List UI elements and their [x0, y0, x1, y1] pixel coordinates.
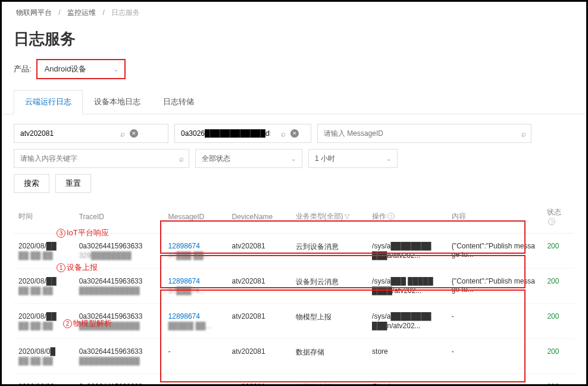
device-name-input-wrap: ⌕ ✕ — [14, 124, 168, 143]
crumb-root[interactable]: 物联网平台 — [16, 8, 52, 17]
breadcrumb: 物联网平台 / 监控运维 / 日志服务 — [2, 2, 586, 24]
keyword-input-wrap: ⌕ — [14, 149, 189, 168]
cell-content: {"Content":"Publish message to... — [447, 234, 543, 269]
cell-time: 2020/08/████:██:██ — [14, 269, 74, 304]
device-name-input[interactable] — [14, 124, 115, 142]
reset-button[interactable]: 重置 — [55, 174, 91, 193]
col-content: 内容 — [447, 200, 543, 234]
tabs: 云端运行日志 设备本地日志 日志转储 — [2, 90, 586, 114]
cell-status: 200 — [542, 269, 574, 304]
cell-op: Check — [367, 374, 447, 387]
keyword-input[interactable] — [14, 150, 174, 167]
cell-msgid[interactable]: 12898674█████ ██... — [164, 304, 227, 339]
cell-content: - — [447, 339, 543, 374]
col-biz[interactable]: 业务类型(全部)▽ — [291, 200, 367, 234]
cell-content: - — [447, 304, 543, 339]
traceid-input-wrap: ⌕ ✕ — [174, 124, 311, 143]
cell-time: 2020/08/0███:██:██ — [14, 339, 74, 374]
annotation-model-parse: 2物模型解析 — [63, 318, 112, 329]
cell-msgid[interactable]: 1289867437███ ██... — [164, 234, 227, 269]
status-value: 全部状态 — [202, 154, 230, 164]
product-selected: Android设备 — [45, 64, 87, 73]
cell-msgid: - — [164, 374, 227, 387]
cell-device: atv202081 — [227, 269, 291, 304]
table-row: 2020/08/████:██:██0a30264415963633329███… — [14, 234, 574, 269]
cell-trace: 0a30264415963633██ ████████ — [74, 374, 164, 387]
cell-device: atv202081 — [227, 234, 291, 269]
annotation-device-report: 1设备上报 — [57, 262, 98, 273]
cell-biz: 物模型上报 — [291, 374, 367, 387]
cell-op: /sys/a███ █████████/atv202... — [367, 269, 447, 304]
col-device: DeviceName — [227, 200, 291, 234]
cell-time: 2020/08/02██:██:██ — [14, 374, 74, 387]
cell-device: atv202081 — [227, 374, 291, 387]
cell-status: 200 — [542, 234, 574, 269]
messageid-input[interactable] — [318, 124, 517, 142]
crumb-sep: / — [102, 8, 104, 17]
cell-content: - — [447, 374, 543, 387]
cell-status: 200 — [542, 339, 574, 374]
search-icon[interactable]: ⌕ — [276, 129, 290, 138]
tab-log-dump[interactable]: 日志转储 — [152, 90, 205, 114]
chevron-down-icon: ⌄ — [386, 155, 391, 162]
search-button[interactable]: 搜索 — [14, 174, 49, 193]
search-icon[interactable]: ⌕ — [174, 154, 189, 163]
filter-icon[interactable]: ▽ — [345, 213, 349, 220]
cell-content: {"Content":"Publish message to... — [447, 269, 543, 304]
cell-biz: 数据存储 — [291, 339, 367, 374]
cell-op: /sys/a███████████n/atv202... — [367, 304, 447, 339]
cell-biz: 设备到云消息 — [291, 269, 367, 304]
search-icon[interactable]: ⌕ — [115, 129, 130, 138]
help-icon[interactable]: ? — [548, 218, 555, 225]
cell-op: store — [367, 339, 447, 374]
product-select[interactable]: Android设备 ⌄ — [36, 59, 126, 79]
annotation-iot-response: 3IoT平台响应 — [57, 228, 109, 238]
timerange-select[interactable]: 1 小时 ⌄ — [308, 149, 398, 168]
table-row: 2020/08/████:██:██0a30264415963633██████… — [14, 269, 574, 304]
cell-trace: 0a30264415963633████████████ — [74, 269, 164, 304]
chevron-down-icon: ⌄ — [114, 66, 118, 73]
cell-msgid[interactable]: 1289867437███74... — [164, 269, 227, 304]
clear-icon[interactable]: ✕ — [290, 129, 299, 138]
chevron-down-icon: ⌄ — [291, 155, 296, 162]
help-icon[interactable]: ? — [387, 213, 395, 220]
cell-msgid: - — [164, 339, 227, 374]
status-select[interactable]: 全部状态 ⌄ — [195, 149, 302, 168]
crumb-current: 日志服务 — [111, 8, 140, 17]
table-row: 2020/08/02██:██:██0a30264415963633██ ███… — [14, 374, 574, 387]
page-title: 日志服务 — [2, 24, 586, 59]
table-row: 2020/08/0███:██:██0a30264415963633██████… — [14, 339, 574, 374]
timerange-value: 1 小时 — [315, 154, 335, 164]
crumb-mid[interactable]: 监控运维 — [67, 8, 96, 17]
tab-cloud-log[interactable]: 云端运行日志 — [14, 90, 83, 114]
cell-device: atv202081 — [227, 339, 291, 374]
crumb-sep: / — [58, 8, 60, 17]
cell-status: 200 — [542, 374, 574, 387]
cell-status: 200 — [542, 304, 574, 339]
cell-trace: 0a30264415963633████████████ — [74, 339, 164, 374]
col-msgid: MessageID — [164, 200, 227, 234]
cell-op: /sys/a███████████a/atv202... — [367, 234, 447, 269]
product-label: 产品: — [14, 64, 32, 74]
tab-device-log[interactable]: 设备本地日志 — [83, 90, 152, 114]
messageid-input-wrap: ⌕ — [317, 124, 531, 143]
col-op: 操作? — [367, 200, 447, 234]
cell-biz: 物模型上报 — [291, 304, 367, 339]
cell-biz: 云到设备消息 — [291, 234, 367, 269]
clear-icon[interactable]: ✕ — [130, 129, 138, 138]
search-icon[interactable]: ⌕ — [517, 129, 531, 138]
cell-device: atv202081 — [227, 304, 291, 339]
col-status: 状态? — [542, 200, 574, 234]
traceid-input[interactable] — [175, 124, 276, 142]
